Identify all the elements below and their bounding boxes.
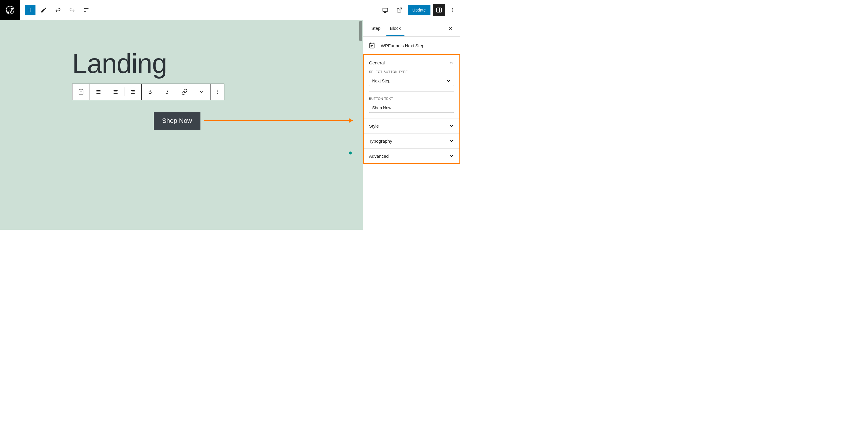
block-type-button[interactable]	[72, 84, 90, 100]
button-type-select[interactable]: Next Step	[369, 76, 454, 86]
panel-title-label: Style	[369, 124, 379, 129]
panel-title-label: Advanced	[369, 154, 389, 159]
panel-general: General SELECT BUTTON TYPE Next Step BUT…	[364, 55, 459, 119]
align-right-button[interactable]	[124, 84, 141, 100]
bold-button[interactable]	[142, 84, 159, 100]
wordpress-logo-button[interactable]	[0, 0, 20, 20]
italic-button[interactable]	[159, 84, 176, 100]
panel-general-body: SELECT BUTTON TYPE Next Step BUTTON TEXT	[364, 70, 459, 118]
redo-button[interactable]	[66, 4, 78, 16]
link-button[interactable]	[176, 84, 193, 100]
redo-icon	[69, 7, 75, 13]
close-icon	[447, 25, 454, 31]
panel-advanced: Advanced	[364, 148, 459, 163]
bold-icon	[147, 89, 153, 95]
editor-canvas[interactable]: Landing	[0, 20, 363, 230]
svg-rect-2	[437, 8, 442, 12]
next-step-button-block[interactable]: Shop Now	[154, 112, 200, 130]
undo-button[interactable]	[52, 4, 64, 16]
block-toolbar	[72, 84, 224, 100]
align-right-icon	[130, 89, 136, 95]
panel-typography: Typography	[364, 134, 459, 148]
panel-typography-header[interactable]: Typography	[364, 134, 459, 148]
svg-point-3	[452, 8, 453, 8]
align-justify-icon	[95, 89, 101, 95]
panel-advanced-header[interactable]: Advanced	[364, 148, 459, 163]
desktop-icon	[382, 7, 389, 13]
panel-general-header[interactable]: General	[364, 55, 459, 70]
button-text-input[interactable]	[369, 103, 454, 113]
block-options-button[interactable]	[211, 84, 224, 100]
chevron-up-icon	[449, 60, 454, 65]
svg-point-0	[6, 6, 14, 14]
panel-style: Style	[364, 119, 459, 134]
tab-block[interactable]: Block	[386, 21, 404, 36]
document-overview-button[interactable]	[81, 4, 92, 16]
block-icon	[368, 41, 376, 49]
canvas-scrollbar[interactable]	[359, 20, 363, 230]
notepad-icon	[78, 88, 85, 95]
panel-divider	[369, 91, 454, 92]
svg-point-5	[452, 11, 453, 12]
block-card: WPFunnels Next Step	[363, 37, 460, 55]
preview-button[interactable]	[394, 4, 405, 16]
plus-icon	[27, 6, 34, 13]
notepad-icon	[368, 42, 376, 49]
settings-sidebar: Step Block WPFunnels Next Step General S…	[363, 20, 460, 230]
align-center-button[interactable]	[107, 84, 124, 100]
svg-rect-1	[383, 8, 388, 11]
external-link-icon	[397, 7, 402, 13]
view-button[interactable]	[379, 4, 391, 16]
scrollbar-thumb[interactable]	[359, 21, 362, 41]
panel-style-header[interactable]: Style	[364, 119, 459, 133]
italic-icon	[165, 89, 170, 95]
main-area: Landing	[0, 20, 460, 230]
svg-point-9	[217, 93, 218, 94]
annotation-highlight-box: General SELECT BUTTON TYPE Next Step BUT…	[363, 54, 460, 164]
tools-button[interactable]	[38, 4, 50, 16]
toolbar-left-group	[20, 4, 92, 16]
panel-title-label: Typography	[369, 138, 392, 143]
chevron-down-icon	[449, 153, 454, 159]
more-vertical-icon	[214, 89, 220, 95]
more-vertical-icon	[450, 7, 455, 13]
svg-point-7	[217, 90, 218, 91]
update-button[interactable]: Update	[408, 5, 430, 15]
page-title[interactable]: Landing	[72, 48, 167, 79]
annotation-arrow	[204, 120, 352, 122]
svg-point-4	[452, 9, 453, 10]
list-view-icon	[83, 7, 90, 13]
settings-panel-button[interactable]	[433, 4, 445, 16]
indicator-dot	[349, 152, 352, 155]
pencil-icon	[40, 7, 47, 13]
select-button-type-label: SELECT BUTTON TYPE	[369, 70, 454, 73]
close-sidebar-button[interactable]	[446, 24, 455, 33]
options-button[interactable]	[447, 4, 457, 16]
sidebar-icon	[436, 7, 442, 13]
panel-title-label: General	[369, 60, 384, 65]
svg-point-8	[217, 92, 218, 93]
wordpress-icon	[5, 5, 15, 15]
align-justify-button[interactable]	[90, 84, 107, 100]
chevron-down-icon	[199, 89, 204, 95]
add-block-button[interactable]	[25, 5, 35, 15]
tab-step[interactable]: Step	[368, 21, 384, 36]
chevron-down-icon	[449, 138, 454, 143]
button-text-label: BUTTON TEXT	[369, 97, 454, 100]
chevron-down-icon	[449, 123, 454, 129]
link-icon	[181, 89, 188, 95]
align-center-icon	[113, 89, 119, 95]
undo-icon	[55, 7, 61, 13]
top-toolbar: Update	[0, 0, 460, 20]
block-name-label: WPFunnels Next Step	[381, 43, 425, 48]
toolbar-right-group: Update	[379, 4, 460, 16]
sidebar-tabs: Step Block	[363, 20, 460, 37]
more-formatting-button[interactable]	[193, 84, 210, 100]
